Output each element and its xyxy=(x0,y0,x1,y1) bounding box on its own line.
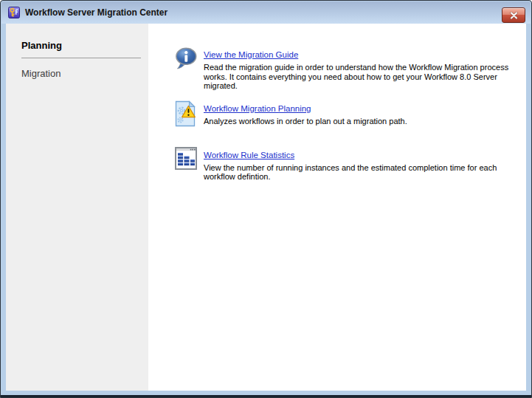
app-window: Workflow Server Migration Center Plannin… xyxy=(0,0,532,398)
sidebar-item-migration[interactable]: Migration xyxy=(21,68,148,79)
task-item-description: View the number of running instances and… xyxy=(204,163,513,182)
task-item-body: Workflow Rule Statistics View the number… xyxy=(204,147,513,182)
sidebar-separator xyxy=(21,58,141,58)
info-balloon-icon xyxy=(175,47,197,69)
link-view-migration-guide[interactable]: View the Migration Guide xyxy=(204,50,298,59)
task-item-body: View the Migration Guide Read the migrat… xyxy=(204,47,513,91)
task-item-rule-statistics: Workflow Rule Statistics View the number… xyxy=(175,147,513,182)
window-bottom-edge xyxy=(1,395,531,397)
close-icon xyxy=(509,12,519,19)
sidebar: Planning Migration xyxy=(6,24,148,391)
link-workflow-migration-planning[interactable]: Workflow Migration Planning xyxy=(204,104,311,113)
sidebar-item-planning[interactable]: Planning xyxy=(21,40,148,51)
task-item-migration-planning: Workflow Migration Planning Analyzes wor… xyxy=(175,100,513,127)
window-title: Workflow Server Migration Center xyxy=(25,7,167,18)
task-item-migration-guide: View the Migration Guide Read the migrat… xyxy=(175,47,513,91)
task-item-description: Analyzes workflows in order to plan out … xyxy=(204,117,407,126)
bar-chart-window-icon xyxy=(175,147,197,170)
main-panel: View the Migration Guide Read the migrat… xyxy=(148,24,526,391)
title-bar[interactable]: Workflow Server Migration Center xyxy=(1,1,531,24)
link-workflow-rule-statistics[interactable]: Workflow Rule Statistics xyxy=(204,151,294,159)
close-button[interactable] xyxy=(502,7,525,23)
task-item-body: Workflow Migration Planning Analyzes wor… xyxy=(204,100,407,126)
workflow-gears-warning-icon xyxy=(175,100,197,127)
client-area: Planning Migration xyxy=(6,24,526,391)
workflow-key-app-icon xyxy=(8,7,20,18)
task-item-description: Read the migration guide in order to und… xyxy=(204,63,513,91)
